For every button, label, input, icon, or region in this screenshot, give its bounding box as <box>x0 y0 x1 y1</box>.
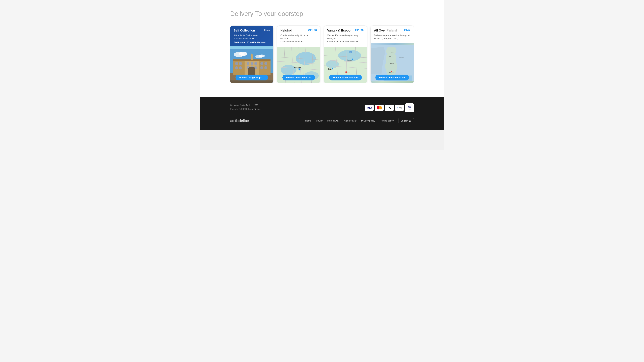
visa-badge: VISA <box>365 105 374 111</box>
finland-free-orders-button[interactable]: Free for orders over €149 <box>375 75 409 80</box>
nav-more-caviar[interactable]: More caviar <box>327 119 339 122</box>
footer-copyright: Copyright Arctic Delice. 2023 Peuratie 3… <box>230 103 261 111</box>
svg-text:✈: ✈ <box>350 51 351 53</box>
card-visual-finland-map: Helsinki Tampere Oulu Joensuu Oulu Free … <box>371 43 414 83</box>
svg-rect-22 <box>264 66 267 69</box>
heading-light: To your doorstep <box>255 10 303 17</box>
svg-point-24 <box>248 67 256 71</box>
nav-refund-policy[interactable]: Refund policy <box>380 119 394 122</box>
svg-point-4 <box>259 54 265 57</box>
card-vantaa-espoo[interactable]: Vantaa & Espoo €11.90 Vantaa, Espoo and … <box>324 25 367 83</box>
card-header-vantaa: Vantaa & Espoo €11.90 <box>327 29 364 32</box>
main-content: Delivery To your doorstep Self Collectio… <box>200 0 444 97</box>
svg-point-42 <box>298 68 300 70</box>
svg-rect-12 <box>251 62 253 65</box>
card-helsinki[interactable]: Helsinki €11.90 Courier delivery right t… <box>277 25 320 83</box>
card-price-finland: €14+ <box>404 29 410 32</box>
svg-rect-11 <box>247 62 250 65</box>
svg-text:Oulu: Oulu <box>391 51 394 53</box>
svg-text:Vantaa: Vantaa <box>347 59 352 61</box>
footer: Copyright Arctic Delice. 2023 Peuratie 3… <box>200 97 444 130</box>
footer-bottom: arcticdelice Home Caviar More caviar Aga… <box>230 118 414 123</box>
card-title-finland: All Over Finland <box>374 29 397 32</box>
nav-home[interactable]: Home <box>305 119 311 122</box>
divider <box>322 130 322 143</box>
svg-rect-21 <box>260 66 263 69</box>
svg-rect-7 <box>233 60 245 75</box>
card-price-vantaa: €11.90 <box>355 29 364 32</box>
svg-point-68 <box>390 71 392 72</box>
shop-tax-free-badge: SHOP TAX FREE <box>405 103 414 112</box>
nav-again-caviar[interactable]: Again caviar <box>344 119 356 122</box>
card-header: Self Collection Free <box>234 29 270 32</box>
heading-bold: Delivery <box>230 10 254 17</box>
card-title-vantaa: Vantaa & Espoo <box>327 29 350 32</box>
card-info-vantaa: Vantaa & Espoo €11.90 Vantaa, Espoo and … <box>324 26 367 46</box>
open-maps-button[interactable]: Open in Google Maps → <box>236 75 268 80</box>
apple-pay-badge: Pay <box>385 105 394 111</box>
mastercard-badge <box>375 105 384 111</box>
card-all-over-finland[interactable]: All Over Finland €14+ Delivery by postal… <box>370 25 414 83</box>
card-info-self-collection: Self Collection Free At the Arctic Delic… <box>230 26 273 46</box>
delivery-heading: Delivery To your doorstep <box>230 10 414 17</box>
card-visual-vantaa-map: Espoo Vantaa Helsinki ✈ Free for orders … <box>324 46 367 83</box>
card-price-self-collection: Free <box>264 29 270 32</box>
gray-area <box>200 130 444 150</box>
nav-caviar[interactable]: Caviar <box>316 119 322 122</box>
svg-rect-9 <box>235 62 238 65</box>
svg-point-57 <box>352 58 353 60</box>
card-visual-building: Open in Google Maps → <box>230 46 273 83</box>
nav-privacy-policy[interactable]: Privacy policy <box>361 119 375 122</box>
svg-rect-13 <box>254 62 257 65</box>
footer-nav: Home Caviar More caviar Again caviar Pri… <box>305 118 414 123</box>
card-address-self-collection: Eteläiranta 125, 00130 Helsinki <box>234 41 270 43</box>
card-self-collection[interactable]: Self Collection Free At the Arctic Delic… <box>230 25 274 83</box>
svg-text:Oulu: Oulu <box>388 56 391 57</box>
svg-rect-10 <box>239 62 242 65</box>
card-visual-helsinki-map: Helsinki Free for orders over €99 <box>277 46 320 83</box>
svg-rect-16 <box>235 66 238 69</box>
card-info-helsinki: Helsinki €11.90 Courier delivery right t… <box>277 26 320 46</box>
card-header-helsinki: Helsinki €11.90 <box>280 29 317 32</box>
svg-text:Joensuu: Joensuu <box>399 56 404 58</box>
mc-yellow-circle <box>379 106 382 109</box>
google-pay-badge: GPay <box>395 105 404 111</box>
svg-point-58 <box>332 68 333 69</box>
svg-point-56 <box>345 71 347 73</box>
card-info-finland: All Over Finland €14+ Delivery by postal… <box>371 26 414 43</box>
card-desc-vantaa: Vantaa, Espoo and neighboring cities, no… <box>327 34 364 43</box>
footer-logo: arcticdelice <box>230 119 249 123</box>
svg-rect-17 <box>239 66 242 69</box>
card-desc-self-collection: At the Arctic Delice store in Vanha Kaup… <box>234 34 270 40</box>
vantaa-free-orders-button[interactable]: Free for orders over €99 <box>329 75 362 80</box>
svg-rect-15 <box>264 62 267 65</box>
svg-rect-27 <box>251 56 252 60</box>
footer-address: Peuratie 3, 99800 Ivalo, Finland <box>230 107 261 111</box>
card-header-finland: All Over Finland €14+ <box>374 29 410 32</box>
helsinki-free-orders-button[interactable]: Free for orders over €99 <box>282 75 315 80</box>
copyright-text: Copyright Arctic Delice. 2023 <box>230 103 261 107</box>
footer-payments: VISA Pay GPay <box>365 103 414 112</box>
card-desc-helsinki: Courier delivery right to your doorstep.… <box>280 34 317 43</box>
footer-top: Copyright Arctic Delice. 2023 Peuratie 3… <box>230 103 414 112</box>
card-price-helsinki: €11.90 <box>308 29 317 32</box>
card-title-helsinki: Helsinki <box>280 29 292 32</box>
globe-icon <box>409 120 412 122</box>
svg-rect-14 <box>260 62 263 65</box>
svg-text:Tampere: Tampere <box>389 63 394 64</box>
svg-point-2 <box>239 52 247 56</box>
card-desc-finland: Delivery by postal service throughout Fi… <box>374 34 410 40</box>
language-button[interactable]: English <box>398 118 414 123</box>
delivery-cards-row: Self Collection Free At the Arctic Delic… <box>230 25 414 83</box>
card-title-self-collection: Self Collection <box>234 29 255 32</box>
